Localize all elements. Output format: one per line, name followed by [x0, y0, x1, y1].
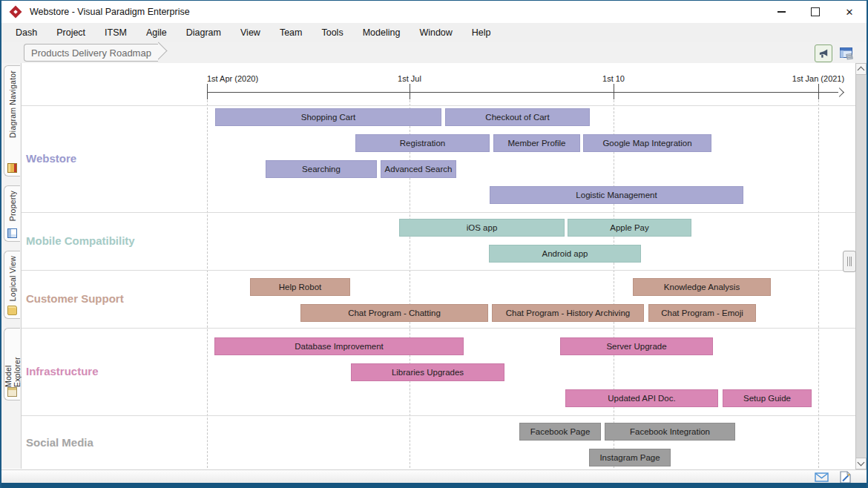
roadmap-canvas: 1st Apr (2020)1st Jul1st 101st Jan (2021…: [1, 1, 867, 488]
roadmap-bar[interactable]: Apple Pay: [568, 219, 691, 237]
timeline-gridline: [410, 100, 410, 468]
timeline-tick-label: 1st Jul: [365, 74, 454, 83]
app-window: Webstore - Visual Paradigm Enterprise ✕ …: [0, 0, 868, 488]
timeline-tick-label: 1st Apr (2020): [207, 74, 258, 83]
roadmap-bar[interactable]: Updated API Doc.: [565, 389, 718, 407]
timeline-tick-label: 1st 10: [569, 74, 658, 83]
status-bar: [1, 469, 867, 484]
section-separator: [22, 212, 855, 213]
vertical-scrollbar-track[interactable]: [855, 63, 867, 469]
roadmap-section-label[interactable]: Infrastructure: [26, 365, 99, 377]
roadmap-section-label[interactable]: Mobile Compatibility: [26, 234, 135, 247]
roadmap-bar[interactable]: Searching: [266, 160, 377, 178]
timeline-gridline: [818, 100, 819, 468]
roadmap-bar[interactable]: Libraries Upgrades: [351, 363, 504, 381]
roadmap-bar[interactable]: Setup Guide: [723, 389, 812, 407]
roadmap-section-label[interactable]: Webstore: [26, 152, 76, 165]
roadmap-bar[interactable]: Facebook Page: [519, 423, 601, 441]
window-bottom-edge: [1, 483, 867, 488]
scroll-down-icon[interactable]: [855, 458, 867, 469]
timeline-gridline: [614, 100, 614, 468]
roadmap-bar[interactable]: Chat Program - Emoji: [648, 304, 756, 322]
roadmap-bar[interactable]: Knowledge Analysis: [633, 278, 771, 296]
roadmap-bar[interactable]: Chat Program - Chatting: [300, 304, 488, 322]
roadmap-bar[interactable]: Instagram Page: [589, 449, 671, 466]
roadmap-bar[interactable]: Logistic Management: [490, 186, 743, 204]
roadmap-section-label[interactable]: Customer Support: [26, 292, 124, 305]
timeline-gridline: [207, 100, 208, 468]
vertical-scrollbar-thumb[interactable]: [843, 251, 856, 272]
section-separator: [22, 415, 855, 416]
section-separator: [22, 105, 855, 106]
roadmap-bar[interactable]: Android app: [489, 245, 641, 263]
roadmap-bar[interactable]: Chat Program - History Archiving: [492, 304, 644, 322]
roadmap-bar[interactable]: Shopping Cart: [215, 108, 441, 126]
timeline-tick-label: 1st Jan (2021): [774, 74, 863, 83]
roadmap-section-label[interactable]: Social Media: [26, 436, 93, 449]
roadmap-bar[interactable]: Checkout of Cart: [445, 108, 590, 126]
section-separator: [22, 270, 855, 271]
roadmap-bar[interactable]: Registration: [355, 134, 490, 152]
roadmap-bar[interactable]: Server Upgrade: [560, 337, 713, 355]
roadmap-bar[interactable]: Google Map Integration: [583, 134, 711, 152]
roadmap-bar[interactable]: Help Robot: [250, 278, 350, 296]
roadmap-bar[interactable]: Database Improvement: [214, 337, 464, 355]
section-separator: [22, 328, 855, 329]
scroll-up-icon[interactable]: [855, 63, 867, 75]
timeline-axis: [207, 92, 838, 93]
roadmap-bar[interactable]: iOS app: [399, 219, 565, 237]
roadmap-bar[interactable]: Member Profile: [493, 134, 580, 152]
roadmap-bar[interactable]: Facebook Integration: [605, 423, 735, 441]
roadmap-bar[interactable]: Advanced Search: [381, 160, 456, 178]
